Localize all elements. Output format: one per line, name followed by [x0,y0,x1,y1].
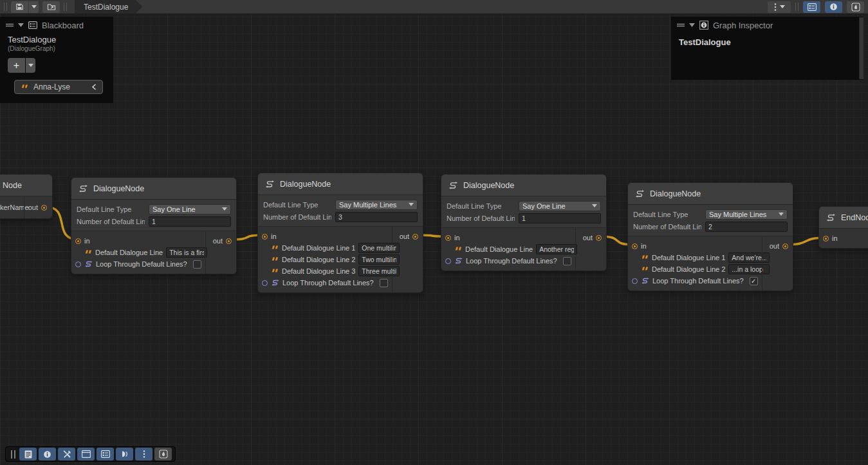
panel-overflow-button[interactable] [135,448,152,460]
out-port[interactable] [596,235,602,241]
node-title-bar[interactable]: DialogueNode [628,183,793,205]
node-dialoguenode[interactable]: DialogueNodeDefault Line TypeSay One Lin… [441,174,607,271]
caret-down-icon [409,203,414,206]
blackboard-panel: Blackboard TestDialogue (DialogueGraph) … [0,17,113,103]
dialogue-line-port[interactable] [262,257,268,263]
line-type-dropdown[interactable]: Say Multiple Lines [705,209,788,220]
open-asset-button[interactable] [42,1,60,13]
dialogue-line-port[interactable] [632,267,638,272]
save-dropdown-button[interactable] [29,1,39,13]
node-title-bar[interactable]: Node [0,175,52,196]
graph-inspector-panel: Graph Inspector TestDialogue [671,17,863,80]
in-port[interactable] [445,235,451,241]
ellipsis-icon [774,3,777,12]
in-port[interactable] [75,238,81,244]
loop-checkbox[interactable] [563,257,571,265]
loop-checkbox[interactable] [380,279,388,287]
panel-capabilities-button[interactable] [154,448,172,460]
overflow-menu-button[interactable] [768,1,791,13]
dropdown-value: Say Multiple Lines [339,201,396,209]
out-port-label: out [213,237,223,245]
dialogue-line-port[interactable] [262,245,268,251]
panel-blackboard-button[interactable] [97,448,114,460]
default-lines-count-field[interactable] [519,213,601,223]
node-title-bar[interactable]: EndNode [819,207,868,229]
loop-port-label: Loop Through Default Lines? [96,260,187,268]
line-type-dropdown[interactable]: Say Multiple Lines [335,200,418,210]
toolbar-drag-handle[interactable] [11,450,15,459]
dropdown-value: Say One Line [152,205,196,213]
toggle-capabilities-button[interactable] [847,1,864,13]
tab-testdialogue[interactable]: TestDialogue [75,0,142,14]
panel-preview-button[interactable] [116,448,133,460]
drag-handle-icon[interactable] [6,23,14,28]
dialogue-line-label: Default Dialogue Line 3 [282,267,355,275]
toggle-inspector-button[interactable] [825,1,842,13]
dialogue-line-field[interactable] [166,247,207,258]
graph-inspector-header[interactable]: Graph Inspector [671,17,863,33]
property-label: Default Line Type [77,205,145,213]
node-node[interactable]: NodekerNameout [0,174,53,219]
node-dialoguenode[interactable]: DialogueNodeDefault Line TypeSay Multipl… [257,173,423,293]
default-lines-count-field[interactable] [335,212,418,222]
in-port[interactable] [823,236,829,242]
loop-port[interactable] [262,280,268,286]
default-lines-count-field[interactable] [149,216,231,227]
loop-port[interactable] [75,261,81,267]
blackboard-title: Blackboard [42,21,84,30]
out-port[interactable] [782,243,788,249]
caret-down-icon [222,207,227,211]
node-dialoguenode[interactable]: DialogueNodeDefault Line TypeSay One Lin… [71,177,237,274]
loop-port[interactable] [445,258,451,264]
dialogue-line-port[interactable] [75,250,81,256]
line-type-dropdown[interactable]: Say One Line [519,201,601,211]
out-port[interactable] [412,234,418,240]
inspector-scrollbar[interactable] [859,17,863,79]
dialogue-line-field[interactable] [536,244,577,254]
panel-window-button[interactable] [77,448,95,460]
loop-port[interactable] [632,278,638,284]
in-port[interactable] [632,243,638,249]
info-badge-icon [699,21,708,30]
chevron-left-icon[interactable] [91,84,97,90]
node-title-bar[interactable]: DialogueNode [441,175,606,196]
toolbar-separator [4,3,7,11]
property-label: Number of Default Lines [77,218,145,225]
add-variable-dropdown-button[interactable] [26,58,35,73]
quote-icon [641,255,649,261]
panel-inspector-button[interactable] [39,448,56,460]
blackboard-header[interactable]: Blackboard [0,17,113,33]
collapse-caret-icon[interactable] [18,23,24,27]
variable-name: Anna-Lyse [33,82,70,91]
node-title-bar[interactable]: DialogueNode [71,178,236,200]
node-title: DialogueNode [93,184,144,193]
out-port[interactable] [41,205,47,211]
default-lines-count-field[interactable] [705,222,788,232]
panel-notes-button[interactable] [19,448,37,460]
node-title-bar[interactable]: DialogueNode [258,173,423,195]
save-button[interactable] [11,1,28,13]
blackboard-variable-anna-lyse[interactable]: Anna-Lyse [14,80,103,94]
in-port[interactable] [262,234,268,240]
dialogue-line-port[interactable] [262,269,268,274]
out-port[interactable] [226,238,232,244]
node-endnode[interactable]: EndNodein [818,206,868,249]
line-type-dropdown[interactable]: Say One Line [149,204,231,214]
out-port-label: out [400,232,409,240]
toolbar-separator [795,3,799,11]
collapse-caret-icon[interactable] [689,23,695,27]
drag-handle-icon[interactable] [677,23,685,28]
out-port-label: out [770,242,779,250]
blackboard-graph-name: TestDialogue [8,35,107,44]
loop-checkbox[interactable] [193,260,201,269]
panel-tools-button[interactable] [58,448,75,460]
loop-checkbox[interactable]: ✓ [750,277,758,285]
quote-icon [271,245,279,251]
dialogue-line-port[interactable] [445,247,451,252]
dialogue-line-label: Default Dialogue Line [95,249,163,256]
toggle-blackboard-button[interactable] [803,1,820,13]
in-port-label: in [641,242,647,250]
add-variable-button[interactable]: + [8,58,25,73]
node-dialoguenode[interactable]: DialogueNodeDefault Line TypeSay Multipl… [627,182,793,291]
dialogue-line-port[interactable] [632,255,638,261]
